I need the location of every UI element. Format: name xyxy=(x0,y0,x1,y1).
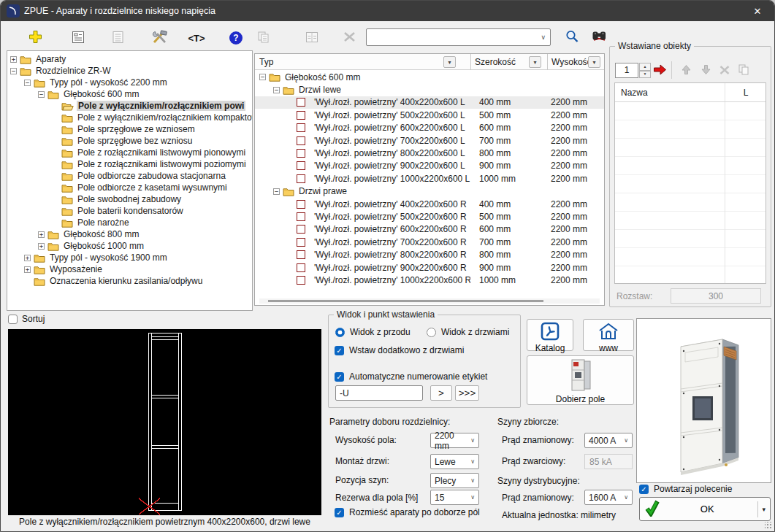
item-checkbox[interactable] xyxy=(297,250,305,259)
param-select-rezerwa[interactable]: 15∨ xyxy=(430,490,479,505)
radio-view-front[interactable]: Widok z przodu xyxy=(335,327,411,337)
remove-button[interactable] xyxy=(716,62,733,80)
item-checkbox[interactable] xyxy=(297,98,305,107)
resize-grip[interactable] xyxy=(765,522,772,529)
search-combobox[interactable]: ∨ xyxy=(366,28,551,46)
all-labels-button[interactable]: >>> xyxy=(455,385,479,401)
tree-item[interactable]: Pole z rozłącznikami listwowymi poziomym… xyxy=(7,158,252,170)
list-folder-row[interactable]: −Głębokość 600 mm xyxy=(255,71,604,83)
collapse-icon[interactable]: − xyxy=(10,68,17,74)
column-filter-wysokosc-button[interactable]: ▾ xyxy=(588,56,600,68)
tree-item[interactable]: −Typy pól - wysokość 2200 mm xyxy=(7,77,252,88)
insert-button[interactable] xyxy=(651,62,668,80)
tree-item[interactable]: Pole odbiorcze z kasetami wysuwnymi xyxy=(7,182,252,193)
insert-count-stepper[interactable]: ▲ ▼ xyxy=(639,63,651,78)
checkbox-checked-icon[interactable]: ✓ xyxy=(335,346,344,355)
collapse-icon[interactable]: − xyxy=(259,74,266,80)
checkbox-repeat-command[interactable]: ✓ Powtarzaj polecenie xyxy=(639,484,732,494)
checkbox-checked-icon[interactable]: ✓ xyxy=(639,485,649,494)
list-item-row[interactable]: 'Wył./rozł. powietrzny' 1000x2200x600 R1… xyxy=(255,274,604,286)
list-item-row[interactable]: 'Wył./rozł. powietrzny' 800x2200x600 R80… xyxy=(255,248,604,261)
collapse-icon[interactable]: − xyxy=(38,91,45,98)
tree-item[interactable]: +Wyposażenie xyxy=(7,263,252,275)
tree-item[interactable]: Pole sprzęgłowe ze wzniosem xyxy=(7,123,252,135)
item-checkbox[interactable] xyxy=(297,263,305,272)
move-down-button[interactable] xyxy=(697,62,714,80)
www-button[interactable]: www xyxy=(583,319,634,351)
add-button[interactable] xyxy=(26,29,44,47)
dobierz-pole-button[interactable]: Dobierz pole xyxy=(527,355,634,405)
item-checkbox[interactable] xyxy=(297,123,305,132)
next-label-button[interactable]: > xyxy=(430,385,452,401)
list-item-row[interactable]: 'Wył./rozł. powietrzny' 600x2200x600 L60… xyxy=(255,122,604,134)
tree-item[interactable]: +Głębokość 1000 mm xyxy=(7,240,252,252)
item-checkbox[interactable] xyxy=(297,225,305,234)
tree-item[interactable]: −Głębokość 600 mm xyxy=(7,88,252,100)
list-item-row[interactable]: 'Wył./rozł. powietrzny' 700x2200x600 L70… xyxy=(255,134,604,147)
checkbox-insert-with-doors[interactable]: ✓ Wstaw dodatkowo z drzwiami xyxy=(335,345,464,355)
tree-item[interactable]: +Aparaty xyxy=(7,53,252,65)
item-checkbox[interactable] xyxy=(297,161,305,170)
compare-button[interactable] xyxy=(303,29,321,47)
close-button[interactable]: ✕ xyxy=(741,1,774,21)
item-checkbox[interactable] xyxy=(297,149,305,158)
item-checkbox[interactable] xyxy=(297,200,305,209)
move-up-button[interactable] xyxy=(677,62,695,80)
collapse-icon[interactable]: − xyxy=(273,188,280,195)
tree-item[interactable]: Pole swobodnej zabudowy xyxy=(7,193,252,205)
checkbox-auto-numbering[interactable]: ✓ Automatyczne numerowanie etykiet xyxy=(335,371,487,382)
tree-item[interactable]: Pole z wyłącznikiem/rozłącznikiem kompak… xyxy=(7,112,252,123)
list-item-row[interactable]: 'Wył./rozł. powietrzny' 500x2200x600 R50… xyxy=(255,210,604,223)
item-checkbox[interactable] xyxy=(297,111,305,120)
checkbox-checked-icon[interactable]: ✓ xyxy=(335,508,344,517)
expand-icon[interactable]: + xyxy=(38,231,45,238)
list-item-row[interactable]: 'Wył./rozł. powietrzny' 900x2200x600 R90… xyxy=(255,261,604,274)
radio-selected-icon[interactable] xyxy=(335,328,345,337)
checkbox-arrange-apparatus[interactable]: ✓ Rozmieść aparaty po doborze pól xyxy=(335,507,480,517)
list-item-row[interactable]: 'Wył./rozł. powietrzny' 400x2200x600 R40… xyxy=(255,198,604,210)
list-item-row[interactable]: 'Wył./rozł. powietrzny' 900x2200x600 L90… xyxy=(255,160,604,172)
tree-item[interactable]: Pole odbiorcze zabudowa stacjonarna xyxy=(7,170,252,182)
spin-up-icon[interactable]: ▲ xyxy=(639,63,651,71)
chevron-down-icon[interactable]: ▾ xyxy=(762,506,766,513)
item-checkbox[interactable] xyxy=(297,174,305,183)
tree-item[interactable]: Pole sprzęgłowe bez wzniosu xyxy=(7,135,252,147)
expand-icon[interactable]: + xyxy=(38,243,45,250)
ok-button[interactable]: OK ▾ xyxy=(639,497,771,521)
horizontal-scrollbar[interactable] xyxy=(259,298,600,304)
find-next-button[interactable] xyxy=(590,28,608,46)
list-folder-row[interactable]: −Drzwi prawe xyxy=(255,185,604,198)
tree-item[interactable]: Pole z wyłącznikiem/rozłącznikiem powi xyxy=(7,100,252,112)
param-select-pozycja[interactable]: Plecy∨ xyxy=(430,473,479,488)
param-select-wysokosc[interactable]: 2200 mm∨ xyxy=(430,433,479,448)
bus-rated-select[interactable]: 4000 A∨ xyxy=(584,433,633,448)
copy-button[interactable] xyxy=(255,29,272,47)
radio-unselected-icon[interactable] xyxy=(427,328,436,337)
item-checkbox[interactable] xyxy=(297,276,305,285)
collapse-icon[interactable]: − xyxy=(24,80,31,86)
list-item-row[interactable]: 'Wył./rozł. powietrzny' 600x2200x600 R60… xyxy=(255,223,604,236)
label-prefix-input[interactable]: -U xyxy=(335,385,423,401)
item-checkbox[interactable] xyxy=(297,212,305,221)
item-checkbox[interactable] xyxy=(297,136,305,145)
tree-item[interactable]: Oznaczenia kierunku zasilania/odpływu xyxy=(7,275,252,287)
sort-checkbox[interactable] xyxy=(8,315,18,324)
collapse-icon[interactable]: − xyxy=(273,87,280,93)
list-item-row[interactable]: 'Wył./rozł. powietrzny' 1000x2200x600 L1… xyxy=(255,172,604,185)
param-select-montaz[interactable]: Lewe∨ xyxy=(430,454,479,469)
list-item-row[interactable]: 'Wył./rozł. powietrzny' 400x2200x600 L40… xyxy=(255,96,604,109)
column-filter-typ-button[interactable]: ▾ xyxy=(443,56,456,68)
tree-item[interactable]: Pole z rozłącznikami listwowymi pionowym… xyxy=(7,147,252,158)
column-filter-szerokosc-button[interactable]: ▾ xyxy=(529,56,541,68)
tree-item[interactable]: Pole narożne xyxy=(7,217,252,228)
duplicate-button[interactable] xyxy=(735,62,752,80)
tools-button[interactable] xyxy=(150,29,168,47)
list-item-row[interactable]: 'Wył./rozł. powietrzny' 500x2200x600 L50… xyxy=(255,109,604,121)
katalog-button[interactable]: Katalog xyxy=(527,319,573,351)
list-folder-row[interactable]: −Drzwi lewe xyxy=(255,83,604,96)
checkbox-checked-icon[interactable]: ✓ xyxy=(335,372,344,382)
list-item-row[interactable]: 'Wył./rozł. powietrzny' 700x2200x600 R70… xyxy=(255,236,604,248)
scrollbar-thumb[interactable] xyxy=(268,300,543,302)
expand-icon[interactable]: + xyxy=(24,255,31,261)
expand-icon[interactable]: + xyxy=(10,56,17,63)
